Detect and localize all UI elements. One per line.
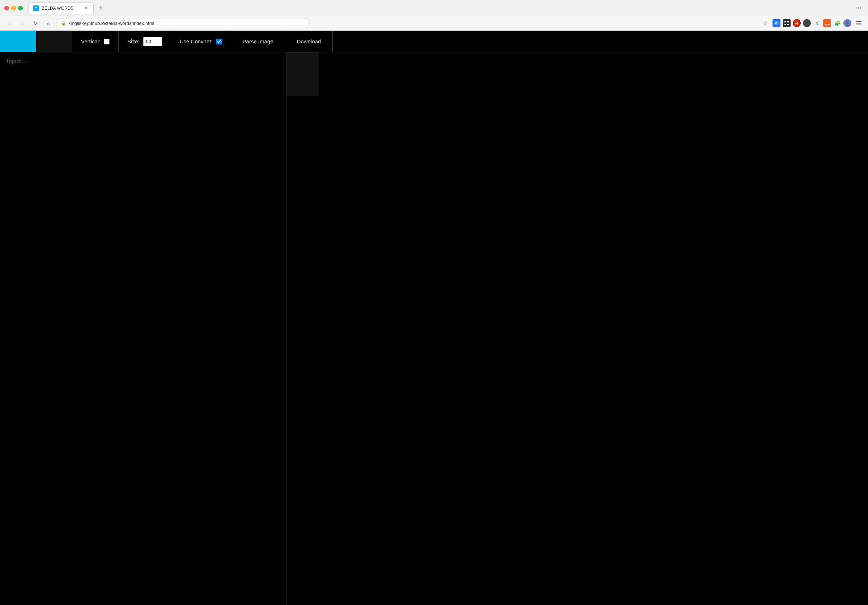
chrome-menu-button[interactable] — [854, 18, 864, 28]
maximize-window-button[interactable] — [18, 6, 23, 11]
svg-point-1 — [858, 8, 859, 9]
svg-point-0 — [860, 8, 861, 9]
svg-point-2 — [856, 8, 857, 9]
use-convnet-checkbox[interactable] — [216, 39, 222, 45]
input-placeholder-text: input... — [6, 59, 30, 64]
lock-icon: 🔒 — [61, 21, 66, 26]
svg-rect-7 — [784, 24, 786, 25]
ext-icon-red[interactable]: R — [793, 19, 801, 27]
ext-icon-profile[interactable]: 👤 — [843, 19, 851, 27]
svg-rect-8 — [787, 24, 789, 25]
tab-bar: Z ZELDA WORDS ✕ + — [29, 2, 851, 14]
parse-image-button[interactable]: Parse Image — [231, 31, 285, 52]
tab-title: ZELDA WORDS — [42, 6, 80, 11]
canvas-preview — [287, 53, 319, 96]
bookmark-button[interactable]: ☆ — [760, 18, 770, 28]
size-label: Size: — [127, 38, 139, 45]
tab-close-button[interactable]: ✕ — [83, 5, 89, 11]
svg-rect-11 — [856, 25, 862, 25]
active-tab[interactable]: Z ZELDA WORDS ✕ — [29, 2, 94, 14]
new-tab-button[interactable]: + — [95, 3, 105, 13]
convnet-section: Use Convnet: — [171, 31, 231, 52]
browser-chrome: Z ZELDA WORDS ✕ + ‹ › ↻ ⌂ — [0, 0, 868, 31]
tab-favicon: Z — [33, 5, 39, 11]
input-panel: input... — [0, 53, 287, 605]
forward-button[interactable]: › — [17, 18, 28, 28]
ext-icon-sword[interactable]: ⚔ — [813, 19, 821, 27]
app-toolbar: Vertical: Size: Use Convnet: Parse Image… — [0, 31, 868, 53]
browser-actions: ☆ G R ⬛ ⚔ 🦊 🧩 👤 — [760, 18, 864, 28]
color-btn-black[interactable] — [36, 31, 72, 52]
vertical-label: Vertical: — [81, 38, 100, 45]
use-convnet-label: Use Convnet: — [180, 38, 213, 45]
svg-rect-5 — [784, 21, 786, 22]
ext-icon-puzzle[interactable]: 🧩 — [833, 19, 841, 27]
svg-rect-6 — [787, 21, 789, 22]
close-window-button[interactable] — [4, 6, 9, 11]
ext-icon-fox[interactable]: 🦊 — [823, 19, 831, 27]
size-input[interactable] — [143, 37, 162, 46]
browser-menu-button[interactable] — [854, 3, 864, 13]
vertical-checkbox[interactable] — [104, 39, 110, 45]
title-bar: Z ZELDA WORDS ✕ + — [0, 0, 868, 16]
svg-text:G: G — [775, 22, 777, 25]
svg-rect-9 — [856, 21, 862, 22]
output-panel — [287, 53, 868, 605]
address-bar[interactable]: 🔒 kinglisky.github.io/zelda-words/index.… — [56, 18, 310, 28]
ext-icon-qr[interactable] — [783, 19, 790, 27]
main-content: input... — [0, 53, 868, 605]
url-text: kinglisky.github.io/zelda-words/index.ht… — [68, 21, 154, 26]
back-button[interactable]: ‹ — [4, 18, 14, 28]
address-bar-row: ‹ › ↻ ⌂ 🔒 kinglisky.github.io/zelda-word… — [0, 16, 868, 30]
ext-icon-1[interactable]: G — [772, 19, 780, 27]
minimize-window-button[interactable] — [11, 6, 16, 11]
ext-icon-dark[interactable]: ⬛ — [803, 19, 811, 27]
home-button[interactable]: ⌂ — [43, 18, 54, 28]
traffic-lights — [4, 6, 23, 11]
size-section: Size: — [119, 31, 171, 52]
vertical-section: Vertical: — [72, 31, 119, 52]
download-button[interactable]: Download — [285, 31, 333, 52]
svg-rect-10 — [856, 23, 862, 23]
refresh-button[interactable]: ↻ — [30, 18, 40, 28]
color-btn-blue[interactable] — [0, 31, 36, 52]
